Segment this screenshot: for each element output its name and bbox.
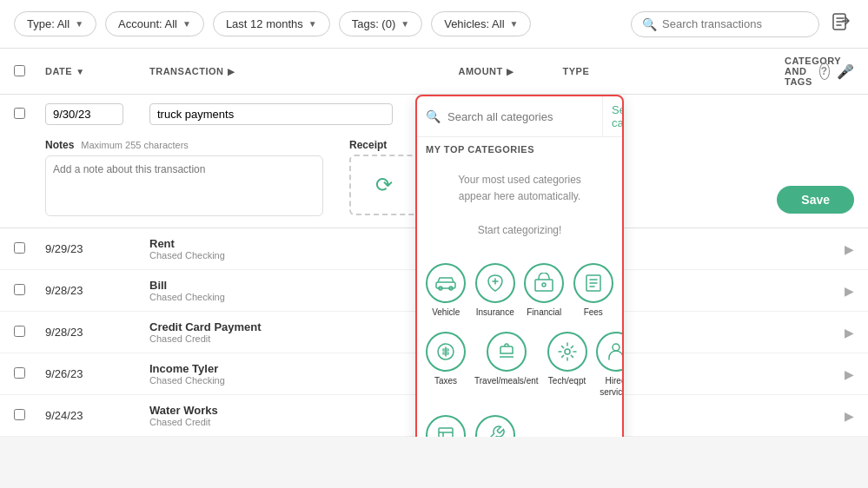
row-check-0[interactable]: [14, 242, 25, 254]
vehicles-filter[interactable]: Vehicles: All ▼: [431, 11, 531, 36]
help-icon[interactable]: ?: [819, 63, 830, 80]
category-office[interactable]: Office: [424, 412, 468, 437]
save-button[interactable]: Save: [777, 186, 854, 214]
help-col: ? 🎤: [819, 63, 854, 80]
category-taxes[interactable]: Taxes: [424, 328, 467, 401]
category-vehicle[interactable]: Vehicle: [424, 260, 468, 321]
notes-max-label: Maximum 255 characters: [81, 140, 189, 150]
row-expand-1[interactable]: ▶: [845, 284, 854, 298]
row-checkbox-2[interactable]: [14, 326, 45, 340]
row-checkbox-1[interactable]: [14, 284, 45, 298]
row-check-1[interactable]: [14, 284, 25, 295]
type-filter[interactable]: Type: All ▼: [14, 11, 96, 36]
row-name-area-1: Bill Chased Checking: [149, 279, 398, 302]
row-checkbox-expanded[interactable]: [14, 108, 45, 122]
date-field[interactable]: [45, 103, 123, 125]
fees-label: Fees: [584, 307, 603, 318]
category-dropdown: 🔍 Select a category MY TOP CATEGORIES Yo…: [415, 95, 624, 437]
svg-point-9: [613, 344, 620, 351]
office-icon: [426, 415, 466, 437]
row-name-4: Water Works: [149, 404, 398, 417]
amount-sort-icon[interactable]: ▶: [507, 67, 514, 76]
row-check[interactable]: [14, 108, 25, 119]
row-name-area-3: Income Tyler Chased Checking: [149, 362, 398, 386]
category-travel[interactable]: Travel/meals/ent: [473, 328, 540, 401]
mic-icon[interactable]: 🎤: [837, 63, 855, 80]
row-expand-0[interactable]: ▶: [845, 242, 854, 256]
row-check-3[interactable]: [14, 367, 25, 379]
empty-line2: appear here automatically.: [426, 188, 613, 205]
row-name-area-2: Credit Card Payment Chased Credit: [149, 320, 398, 344]
transaction-field[interactable]: [149, 103, 393, 125]
vehicles-filter-chevron: ▼: [510, 19, 519, 29]
row-checkbox-3[interactable]: [14, 367, 45, 381]
row-account-4: Chased Credit: [149, 417, 398, 427]
search-box[interactable]: 🔍: [631, 11, 819, 37]
category-financial[interactable]: Financial: [522, 260, 567, 321]
tech-icon: [547, 332, 587, 372]
table-header: DATE ▼ TRANSACTION ▶ AMOUNT ▶ TYPE CATEG…: [0, 49, 868, 95]
transaction-sort-icon[interactable]: ▶: [228, 67, 235, 76]
hired-icon: [596, 332, 624, 372]
category-search-input[interactable]: [447, 110, 593, 123]
account-filter-chevron: ▼: [182, 19, 191, 29]
row-date-4: 9/24/23: [45, 409, 149, 422]
notes-label: Notes: [45, 139, 74, 151]
row-expand-2[interactable]: ▶: [845, 326, 854, 340]
tags-filter-chevron: ▼: [401, 19, 409, 29]
insurance-icon: [475, 263, 515, 303]
tech-label: Tech/eqpt: [548, 375, 586, 386]
row-account-0: Chased Checking: [149, 250, 398, 260]
empty-categories: Your most used categories appear here au…: [417, 158, 622, 253]
category-fees[interactable]: Fees: [572, 260, 616, 321]
vehicle-icon: [426, 263, 466, 303]
insurance-label: Insurance: [476, 307, 514, 318]
fees-icon: [573, 263, 613, 303]
tags-filter[interactable]: Tags: (0) ▼: [339, 11, 422, 36]
select-all-checkbox[interactable]: [14, 65, 25, 76]
date-filter[interactable]: Last 12 months ▼: [213, 11, 330, 36]
svg-point-8: [565, 349, 570, 354]
row-checkbox-4[interactable]: [14, 409, 45, 423]
category-icons-row3: Office Tools: [417, 408, 622, 437]
upload-icon: ⟳: [375, 173, 393, 197]
type-filter-label: Type: All: [27, 17, 70, 30]
category-hired[interactable]: Hired services: [594, 328, 624, 401]
expanded-transaction-row: Notes Maximum 255 characters Receipt ⟳ 🔍…: [0, 95, 868, 228]
category-col-header: CATEGORY AND TAGS: [785, 56, 819, 87]
row-expand-4[interactable]: ▶: [845, 409, 854, 423]
vehicle-label: Vehicle: [432, 307, 460, 318]
row-check-2[interactable]: [14, 326, 25, 337]
notes-textarea[interactable]: [45, 155, 323, 216]
amount-col-header: AMOUNT ▶: [459, 66, 563, 76]
check-all[interactable]: [14, 65, 45, 78]
financial-label: Financial: [527, 307, 561, 318]
row-date-2: 9/28/23: [45, 326, 149, 339]
search-input[interactable]: [662, 17, 808, 30]
empty-line1: Your most used categories: [426, 172, 613, 188]
taxes-icon: [426, 332, 466, 372]
date-sort-icon[interactable]: ▼: [76, 67, 84, 76]
export-button[interactable]: [828, 9, 854, 39]
notes-wrapper: Notes Maximum 255 characters: [45, 139, 323, 219]
date-field-wrapper: [45, 103, 149, 125]
category-insurance[interactable]: Insurance: [474, 260, 518, 321]
row-account-1: Chased Checking: [149, 292, 398, 302]
row-expand-3[interactable]: ▶: [845, 367, 854, 381]
category-search-area: 🔍 Select a category: [417, 96, 622, 137]
category-tech[interactable]: Tech/eqpt: [546, 328, 589, 401]
type-filter-chevron: ▼: [75, 19, 83, 29]
account-filter-label: Account: All: [118, 17, 177, 30]
row-name-area-0: Rent Chased Checking: [149, 237, 398, 260]
svg-point-5: [542, 283, 546, 287]
search-icon: 🔍: [642, 17, 657, 31]
category-tools[interactable]: Tools: [474, 412, 518, 437]
row-date-1: 9/28/23: [45, 284, 149, 297]
row-account-3: Chased Checking: [149, 375, 398, 386]
transaction-field-wrapper: [149, 103, 393, 125]
row-check-4[interactable]: [14, 409, 25, 420]
select-category-link[interactable]: Select a category: [612, 103, 624, 129]
account-filter[interactable]: Account: All ▼: [105, 11, 204, 36]
row-checkbox-0[interactable]: [14, 242, 45, 256]
receipt-upload[interactable]: ⟳: [349, 155, 419, 215]
